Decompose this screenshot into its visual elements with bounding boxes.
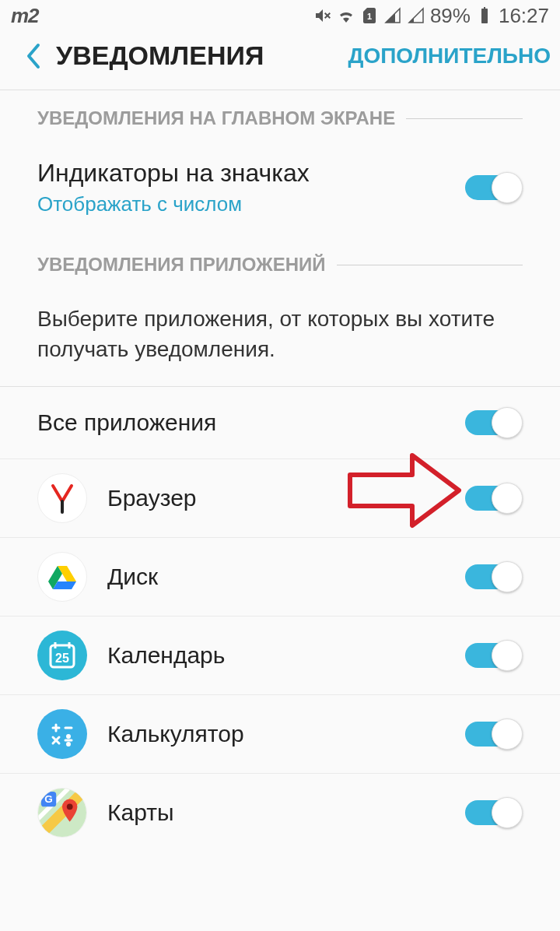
app-label-maps: Карты [107, 799, 174, 826]
app-toggle-calculator[interactable] [465, 718, 523, 750]
page-title: УВЕДОМЛЕНИЯ [56, 40, 348, 71]
calculator-icon [37, 709, 87, 759]
app-toggle-disk[interactable] [465, 561, 523, 592]
section-lockscreen-title: УВЕДОМЛЕНИЯ НА ГЛАВНОМ ЭКРАНЕ [37, 107, 395, 129]
section-lockscreen-header: УВЕДОМЛЕНИЯ НА ГЛАВНОМ ЭКРАНЕ [37, 107, 523, 129]
badge-indicators-subtitle: Отображать с числом [37, 192, 310, 216]
yandex-browser-icon [37, 473, 87, 523]
signal2-icon [407, 6, 425, 25]
page-header: УВЕДОМЛЕНИЯ ДОПОЛНИТЕЛЬНО [0, 31, 560, 90]
app-toggle-calendar[interactable] [465, 640, 523, 671]
status-right: 1 89% 16:27 [313, 4, 549, 28]
status-bar: т2 1 89% 16:27 [0, 0, 560, 31]
app-row-calculator[interactable]: Калькулятор [0, 694, 560, 773]
section-apps-header: УВЕДОМЛЕНИЯ ПРИЛОЖЕНИЙ [37, 254, 523, 276]
clock: 16:27 [499, 4, 549, 28]
mute-icon [313, 6, 332, 25]
header-divider [0, 90, 560, 90]
section-line [406, 118, 523, 119]
calendar-icon: 25 [37, 631, 87, 680]
svg-point-12 [68, 743, 70, 746]
all-apps-toggle[interactable] [465, 407, 523, 438]
signal1-icon [383, 6, 402, 25]
apps-description: Выберите приложения, от которых вы хотит… [37, 296, 523, 386]
battery-percent: 89% [430, 4, 471, 28]
app-row-calendar[interactable]: 25 Календарь [0, 616, 560, 694]
badge-indicators-title: Индикаторы на значках [37, 159, 310, 188]
sim-icon: 1 [360, 6, 379, 25]
section-apps-title: УВЕДОМЛЕНИЯ ПРИЛОЖЕНИЙ [37, 254, 326, 276]
advanced-button[interactable]: ДОПОЛНИТЕЛЬНО [348, 44, 551, 69]
app-label-calendar: Календарь [107, 642, 225, 669]
google-drive-icon [37, 552, 87, 602]
badge-indicators-toggle[interactable] [465, 172, 523, 203]
back-button[interactable] [9, 42, 56, 70]
app-row-browser[interactable]: Браузер [0, 458, 560, 537]
svg-point-16 [67, 804, 73, 810]
section-line [337, 265, 523, 265]
svg-text:25: 25 [55, 652, 69, 665]
annotation-arrow-icon [342, 444, 467, 537]
google-maps-icon: G [37, 788, 87, 838]
carrier-label: т2 [11, 4, 39, 28]
app-label-calculator: Калькулятор [107, 721, 244, 747]
svg-text:G: G [44, 794, 53, 806]
app-toggle-maps[interactable] [465, 797, 523, 828]
app-toggle-browser[interactable] [465, 483, 523, 514]
app-label-browser: Браузер [107, 485, 197, 511]
battery-icon [475, 6, 494, 25]
app-row-disk[interactable]: Диск [0, 537, 560, 616]
wifi-icon [337, 6, 355, 25]
app-row-maps[interactable]: G Карты [0, 773, 560, 852]
chevron-left-icon [24, 42, 41, 70]
app-label-disk: Диск [107, 564, 158, 590]
badge-indicators-row[interactable]: Индикаторы на значках Отображать с число… [37, 149, 523, 237]
svg-text:1: 1 [367, 12, 372, 21]
svg-point-11 [68, 736, 70, 738]
all-apps-label: Все приложения [37, 409, 216, 436]
